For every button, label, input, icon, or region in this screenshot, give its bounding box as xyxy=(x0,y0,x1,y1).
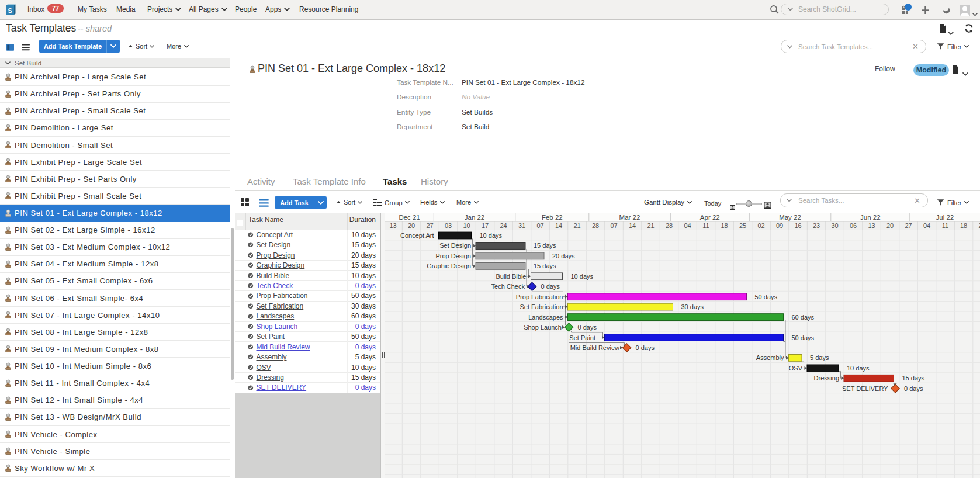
svg-text:25: 25 xyxy=(739,222,746,229)
svg-text:0 days: 0 days xyxy=(578,324,597,331)
svg-text:11: 11 xyxy=(942,222,948,229)
svg-text:30: 30 xyxy=(831,222,838,229)
svg-text:07: 07 xyxy=(610,222,617,229)
svg-text:04: 04 xyxy=(684,222,691,229)
svg-text:20 days: 20 days xyxy=(552,252,575,259)
svg-text:0 days: 0 days xyxy=(636,344,655,351)
svg-text:S: S xyxy=(8,7,12,14)
svg-text:31: 31 xyxy=(518,222,525,229)
svg-text:28: 28 xyxy=(666,222,673,229)
svg-text:18: 18 xyxy=(721,222,728,229)
svg-text:30 days: 30 days xyxy=(681,303,704,310)
svg-text:15 days: 15 days xyxy=(902,375,925,382)
svg-text:20: 20 xyxy=(886,222,894,229)
svg-text:07: 07 xyxy=(536,222,543,229)
svg-text:60 days: 60 days xyxy=(792,314,815,321)
svg-text:50 days: 50 days xyxy=(792,334,815,341)
svg-text:Set Fabrication: Set Fabrication xyxy=(520,303,563,310)
svg-text:11: 11 xyxy=(702,222,709,229)
svg-text:Shop Launch: Shop Launch xyxy=(524,324,562,331)
svg-text:Apr 22: Apr 22 xyxy=(700,214,720,221)
svg-text:5 days: 5 days xyxy=(810,354,829,361)
svg-text:Assembly: Assembly xyxy=(756,354,784,361)
svg-text:10 days: 10 days xyxy=(571,273,594,280)
svg-text:Graphic Design: Graphic Design xyxy=(427,262,471,269)
svg-text:Tech Check: Tech Check xyxy=(491,283,525,290)
svg-text:50 days: 50 days xyxy=(755,293,778,300)
svg-text:18: 18 xyxy=(960,222,967,229)
svg-text:Build Bible: Build Bible xyxy=(496,273,527,280)
svg-text:May 22: May 22 xyxy=(779,214,801,221)
svg-text:10: 10 xyxy=(463,222,470,229)
svg-text:21: 21 xyxy=(647,222,654,229)
svg-text:0 days: 0 days xyxy=(904,385,923,392)
svg-text:Landscapes: Landscapes xyxy=(528,314,563,321)
svg-text:10 days: 10 days xyxy=(847,365,870,372)
svg-text:21: 21 xyxy=(573,222,580,229)
svg-text:15 days: 15 days xyxy=(534,262,556,269)
svg-text:Mid Build Review: Mid Build Review xyxy=(570,344,619,351)
svg-text:OSV: OSV xyxy=(789,365,803,372)
svg-text:Prop Fabrication: Prop Fabrication xyxy=(516,293,563,300)
svg-text:28: 28 xyxy=(592,222,599,229)
svg-text:Set Design: Set Design xyxy=(439,242,471,249)
svg-text:10 days: 10 days xyxy=(480,232,503,239)
svg-text:14: 14 xyxy=(629,222,636,229)
svg-text:0 days: 0 days xyxy=(541,283,560,290)
svg-text:Feb 22: Feb 22 xyxy=(542,214,563,221)
svg-text:04: 04 xyxy=(923,222,930,229)
svg-text:Concept Art: Concept Art xyxy=(400,232,434,239)
svg-text:Jun 22: Jun 22 xyxy=(860,214,881,221)
svg-text:17: 17 xyxy=(482,222,489,229)
svg-text:20: 20 xyxy=(408,222,415,229)
svg-text:Prop Design: Prop Design xyxy=(435,252,471,259)
svg-text:09: 09 xyxy=(776,222,783,229)
svg-text:02: 02 xyxy=(757,222,764,229)
svg-text:Set Paint: Set Paint xyxy=(569,334,595,341)
svg-text:15 days: 15 days xyxy=(534,242,556,249)
svg-text:Jan 22: Jan 22 xyxy=(465,214,485,221)
svg-text:13: 13 xyxy=(389,222,396,229)
svg-text:27: 27 xyxy=(905,222,912,229)
svg-text:24: 24 xyxy=(500,222,507,229)
svg-text:SET DELIVERY: SET DELIVERY xyxy=(842,385,888,392)
svg-text:03: 03 xyxy=(445,222,452,229)
svg-text:Jul 22: Jul 22 xyxy=(936,214,954,221)
svg-text:13: 13 xyxy=(868,222,875,229)
svg-text:27: 27 xyxy=(426,222,433,229)
svg-text:Dressing: Dressing xyxy=(814,375,839,382)
svg-text:06: 06 xyxy=(850,222,857,229)
svg-text:14: 14 xyxy=(555,222,562,229)
svg-text:Mar 22: Mar 22 xyxy=(619,214,640,221)
svg-text:23: 23 xyxy=(813,222,820,229)
svg-text:Dec 21: Dec 21 xyxy=(399,214,420,221)
svg-text:16: 16 xyxy=(794,222,801,229)
